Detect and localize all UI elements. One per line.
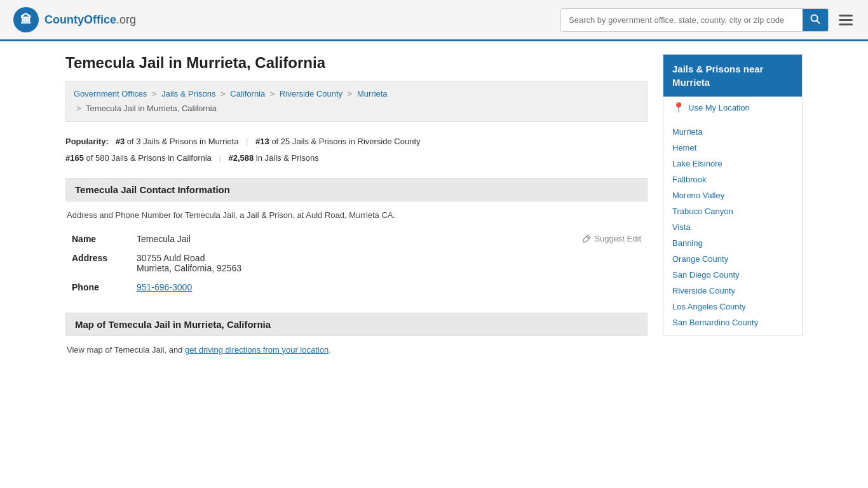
search-icon bbox=[810, 14, 820, 24]
sidebar-list: Murrieta Hemet Lake Elsinore Fallbrook M… bbox=[663, 119, 802, 336]
sidebar-link-moreno-valley[interactable]: Moreno Valley bbox=[672, 191, 724, 200]
list-item: Murrieta bbox=[663, 124, 802, 140]
breadcrumb-sep: > bbox=[348, 89, 353, 98]
breadcrumb-link[interactable]: Government Offices bbox=[74, 89, 147, 98]
menu-button[interactable] bbox=[836, 12, 855, 28]
breadcrumb-sep: > bbox=[76, 104, 81, 113]
list-item: Hemet bbox=[663, 140, 802, 156]
popularity-bar: Popularity: #3 of 3 Jails & Prisons in M… bbox=[65, 133, 648, 166]
address-value: 30755 Auld Road Murrieta, California, 92… bbox=[132, 249, 646, 277]
phone-link[interactable]: 951-696-3000 bbox=[137, 282, 192, 292]
sidebar-link-orange-county[interactable]: Orange County bbox=[672, 254, 728, 264]
breadcrumb-sep: > bbox=[270, 89, 275, 98]
breadcrumb-link[interactable]: Jails & Prisons bbox=[161, 89, 215, 98]
breadcrumb-link[interactable]: California bbox=[230, 89, 265, 98]
sidebar: Jails & Prisons near Murrieta 📍 Use My L… bbox=[663, 54, 803, 363]
sidebar-link-los-angeles-county[interactable]: Los Angeles County bbox=[672, 302, 746, 311]
list-item: Riverside County bbox=[663, 283, 802, 299]
map-text-before: View map of Temecula Jail, and bbox=[67, 345, 185, 355]
menu-line bbox=[839, 19, 853, 21]
page-title: Temecula Jail in Murrieta, California bbox=[65, 54, 648, 72]
popularity-label: Popularity: bbox=[65, 137, 109, 146]
use-location-link[interactable]: Use My Location bbox=[688, 103, 750, 112]
svg-point-2 bbox=[811, 15, 818, 21]
contact-table: Name Temecula Jail Suggest Edit Address … bbox=[65, 229, 648, 297]
search-bar bbox=[560, 8, 829, 32]
contact-description: Address and Phone Number for Temecula Ja… bbox=[65, 210, 648, 220]
svg-line-3 bbox=[817, 20, 820, 24]
suggest-edit-icon bbox=[583, 234, 592, 243]
header-right bbox=[560, 8, 855, 32]
list-item: San Bernardino County bbox=[663, 315, 802, 330]
rank2: #13 bbox=[255, 137, 269, 146]
name-label: Name bbox=[67, 230, 130, 248]
header: 🏛 CountyOffice.org bbox=[0, 0, 868, 41]
svg-text:🏛: 🏛 bbox=[20, 13, 32, 26]
svg-line-4 bbox=[587, 236, 589, 239]
sidebar-link-san-diego-county[interactable]: San Diego County bbox=[672, 270, 740, 280]
breadcrumb-sep: > bbox=[220, 89, 226, 98]
main-container: Temecula Jail in Murrieta, California Go… bbox=[53, 41, 815, 376]
sidebar-title: Jails & Prisons near Murrieta bbox=[663, 55, 802, 97]
list-item: Los Angeles County bbox=[663, 299, 802, 315]
sidebar-link-riverside-county[interactable]: Riverside County bbox=[672, 286, 735, 295]
breadcrumb-sep: > bbox=[152, 89, 157, 98]
breadcrumb-link[interactable]: Riverside County bbox=[280, 89, 342, 98]
name-value: Temecula Jail Suggest Edit bbox=[132, 230, 646, 248]
map-text-after: . bbox=[329, 345, 331, 355]
address-label: Address bbox=[67, 249, 130, 277]
sidebar-link-fallbrook[interactable]: Fallbrook bbox=[672, 175, 706, 184]
logo-text: CountyOffice.org bbox=[44, 13, 136, 27]
list-item: Vista bbox=[663, 219, 802, 235]
breadcrumb-link[interactable]: Murrieta bbox=[357, 89, 388, 98]
sidebar-box: Jails & Prisons near Murrieta 📍 Use My L… bbox=[663, 54, 803, 336]
search-button[interactable] bbox=[803, 9, 828, 31]
use-my-location: 📍 Use My Location bbox=[663, 97, 802, 119]
sidebar-link-banning[interactable]: Banning bbox=[672, 238, 703, 248]
list-item: Banning bbox=[663, 235, 802, 251]
phone-value: 951-696-3000 bbox=[132, 278, 646, 296]
rank4: #2,588 bbox=[228, 153, 254, 163]
table-row: Address 30755 Auld Road Murrieta, Califo… bbox=[67, 249, 646, 277]
logo-area: 🏛 CountyOffice.org bbox=[13, 6, 136, 33]
sidebar-link-lake-elsinore[interactable]: Lake Elsinore bbox=[672, 159, 722, 168]
rank4-text: in Jails & Prisons bbox=[256, 153, 319, 163]
map-description: View map of Temecula Jail, and get drivi… bbox=[65, 345, 648, 355]
sidebar-link-murrieta[interactable]: Murrieta bbox=[672, 127, 703, 137]
rank3-text: of 580 Jails & Prisons in California bbox=[86, 153, 212, 163]
menu-line bbox=[839, 15, 853, 17]
list-item: Lake Elsinore bbox=[663, 156, 802, 172]
address-line2: Murrieta, California, 92563 bbox=[137, 263, 641, 273]
rank1: #3 bbox=[116, 137, 125, 146]
sidebar-link-san-bernardino-county[interactable]: San Bernardino County bbox=[672, 318, 758, 327]
contact-section-header: Temecula Jail Contact Information bbox=[65, 178, 648, 201]
table-row: Phone 951-696-3000 bbox=[67, 278, 646, 296]
list-item: Moreno Valley bbox=[663, 187, 802, 203]
sidebar-link-vista[interactable]: Vista bbox=[672, 222, 691, 232]
list-item: Trabuco Canyon bbox=[663, 203, 802, 219]
location-pin-icon: 📍 bbox=[672, 102, 685, 114]
list-item: Fallbrook bbox=[663, 172, 802, 187]
map-section-header: Map of Temecula Jail in Murrieta, Califo… bbox=[65, 313, 648, 336]
address-line1: 30755 Auld Road bbox=[137, 253, 641, 263]
logo-icon: 🏛 bbox=[13, 6, 39, 33]
content-area: Temecula Jail in Murrieta, California Go… bbox=[65, 54, 648, 363]
list-item: San Diego County bbox=[663, 267, 802, 283]
rank3: #165 bbox=[65, 153, 84, 163]
suggest-edit-button[interactable]: Suggest Edit bbox=[583, 234, 641, 243]
table-row: Name Temecula Jail Suggest Edit bbox=[67, 230, 646, 248]
phone-label: Phone bbox=[67, 278, 130, 296]
sidebar-link-hemet[interactable]: Hemet bbox=[672, 143, 696, 152]
search-input[interactable] bbox=[561, 11, 803, 29]
rank1-text: of 3 Jails & Prisons in Murrieta bbox=[127, 137, 239, 146]
rank2-text: of 25 Jails & Prisons in Riverside Count… bbox=[271, 137, 420, 146]
menu-line bbox=[839, 24, 853, 25]
sidebar-link-trabuco-canyon[interactable]: Trabuco Canyon bbox=[672, 207, 733, 216]
breadcrumb-current: Temecula Jail in Murrieta, California bbox=[86, 104, 217, 113]
list-item: Orange County bbox=[663, 251, 802, 267]
map-link[interactable]: get driving directions from your locatio… bbox=[185, 345, 329, 355]
breadcrumb: Government Offices > Jails & Prisons > C… bbox=[65, 81, 648, 122]
